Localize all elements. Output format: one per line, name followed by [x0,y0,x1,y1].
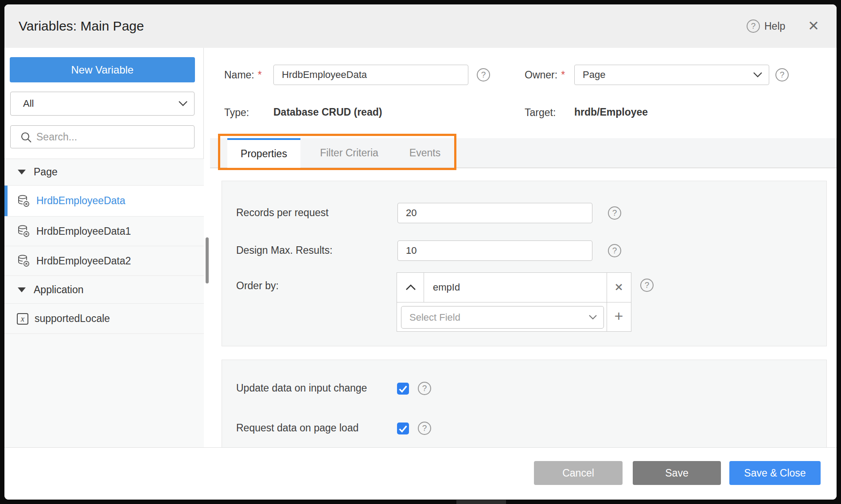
sort-direction-button[interactable] [397,273,424,302]
tree-group-label: Application [34,284,84,296]
type-label: Type: [224,107,249,119]
database-variable-icon [17,225,30,238]
chevron-down-icon [753,72,763,78]
required-asterisk: * [258,69,262,81]
name-label: Name:* [224,69,262,81]
background-app-fragment [456,500,506,504]
update-on-input-change-checkbox[interactable] [397,383,409,395]
caret-down-icon [18,287,26,292]
cancel-button[interactable]: Cancel [534,461,623,485]
tree-item-label: HrdbEmployeeData1 [36,225,131,237]
database-variable-icon [17,254,30,268]
tab-events[interactable]: Events [398,138,452,168]
dialog-title: Variables: Main Page [19,4,144,48]
order-by-help-icon[interactable]: ? [640,279,654,292]
dialog-header: Variables: Main Page ? Help ✕ [4,4,837,48]
records-per-request-label: Records per request [236,207,328,219]
tree-group-page[interactable]: Page [4,159,204,186]
help-icon[interactable]: ? [747,19,760,33]
name-help-icon[interactable]: ? [477,68,490,81]
search-icon [20,132,32,143]
owner-help-icon[interactable]: ? [775,68,789,81]
database-variable-icon [17,194,30,208]
tab-bar: Properties Filter Criteria Events [210,138,837,168]
target-value: hrdb/Employee [574,106,648,118]
chevron-up-icon [405,283,417,291]
sidebar-scrollbar-thumb[interactable] [206,237,209,283]
order-by-control: empId ✕ Select Field ✕ + [397,272,631,332]
request-on-page-load-label: Request data on page load [236,422,358,434]
design-max-results-input[interactable] [397,240,592,261]
owner-label: Owner:* [525,69,565,81]
required-asterisk: * [561,69,565,81]
design-max-results-label: Design Max. Results: [236,244,332,256]
tab-properties[interactable]: Properties [227,138,300,168]
design-max-results-help-icon[interactable]: ? [608,244,621,257]
select-field-dropdown[interactable]: Select Field [401,306,604,329]
update-on-input-change-label: Update data on input change [236,382,367,394]
update-on-input-change-help-icon[interactable]: ? [418,382,431,395]
add-order-field-button[interactable]: + [607,302,631,331]
static-variable-icon: x [17,313,28,325]
filter-select-value: All [23,92,34,115]
owner-select-value: Page [583,65,605,85]
request-on-page-load-checkbox[interactable] [397,423,409,434]
tree-item-supportedlocale[interactable]: x supportedLocale [4,304,204,334]
tree-item-hrdbemployeedata[interactable]: HrdbEmployeeData [4,186,204,217]
tree-item-label: supportedLocale [35,313,110,325]
records-per-request-help-icon[interactable]: ? [608,206,621,220]
tree-group-application[interactable]: Application [4,276,204,304]
chevron-down-icon [178,101,188,107]
check-icon [397,423,409,434]
target-label: Target: [525,107,556,119]
request-on-page-load-help-icon[interactable]: ? [418,422,431,435]
name-input[interactable] [273,65,468,85]
new-variable-button[interactable]: New Variable [10,57,195,82]
records-per-request-input[interactable] [397,203,592,223]
check-icon [397,383,409,395]
search-box [10,125,195,148]
save-button[interactable]: Save [633,461,721,485]
order-by-field-value[interactable]: empId [424,273,607,302]
variables-tree: Page HrdbEmployeeData [4,159,204,447]
tree-item-label: HrdbEmployeeData [36,195,125,207]
type-value: Database CRUD (read) [273,106,382,118]
caret-down-icon [18,170,26,174]
variables-dialog: Variables: Main Page ? Help ✕ New Variab… [4,4,837,500]
tree-item-hrdbemployeedata2[interactable]: HrdbEmployeeData2 [4,246,204,276]
order-by-row: empId ✕ [397,273,631,302]
behavior-panel: Update data on input change ? Request da… [222,360,827,447]
select-field-placeholder: Select Field [409,306,460,328]
close-icon[interactable]: ✕ [805,17,822,35]
order-by-label: Order by: [236,280,279,292]
owner-select[interactable]: Page [574,65,769,85]
dialog-footer: Cancel Save Save & Close [4,447,837,500]
remove-order-field-button[interactable]: ✕ [607,273,631,302]
variables-sidebar: New Variable All Page [4,48,204,447]
tree-item-label: HrdbEmployeeData2 [36,255,131,267]
save-and-close-button[interactable]: Save & Close [729,461,821,485]
tree-group-label: Page [34,166,58,178]
tab-filter-criteria[interactable]: Filter Criteria [300,138,398,168]
variable-filter-select[interactable]: All [10,92,195,116]
help-button-label[interactable]: Help [764,4,785,48]
search-input[interactable] [36,126,187,148]
chevron-down-icon [588,314,597,320]
tree-item-hrdbemployeedata1[interactable]: HrdbEmployeeData1 [4,217,204,246]
data-properties-panel: Records per request ? Design Max. Result… [222,181,827,346]
